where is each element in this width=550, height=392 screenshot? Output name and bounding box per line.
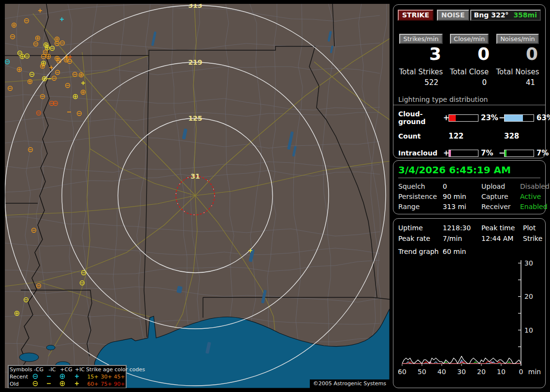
peak-time-header: Peak time [481,223,523,233]
total-noises-value: 41 [493,78,542,87]
svg-text:20: 20 [477,368,486,376]
svg-text:60: 60 [398,368,406,376]
svg-text:10: 10 [524,326,533,334]
receiver-label: Receiver [481,202,520,211]
minus-sign: − [499,113,504,122]
plot-value: Strike [523,233,542,244]
close-per-min-header: Close/min [450,34,489,44]
intracloud-label: Intracloud [398,149,443,157]
legend-age-header: Strike age color codes [86,366,126,373]
total-strikes-value: 522 [397,78,445,87]
ic-plus-percent: 7% [478,149,499,157]
copyright-text: ©2005 Astrogenic Systems [310,379,390,388]
cg-plus-count: 122 [449,132,478,140]
legend-col-cgp: +CG [59,366,73,373]
cg-minus-percent: 63% [534,113,550,122]
bearing-display: Bng 322° 358mi [470,10,541,21]
ic-negative-old-icon [45,380,59,388]
total-close-value: 0 [445,78,493,87]
total-close-label: Total Close [445,68,493,76]
svg-text:31: 31 [190,172,200,180]
trend-graph-label: Trend graph [398,248,439,255]
noises-rate-value: 0 [493,44,542,64]
age-90: 90+ [113,380,126,388]
close-column: Close/min 0 Total Close 0 [445,34,493,87]
cg-plus-bar [449,114,478,122]
cg-plus-percent: 23% [478,113,499,122]
legend-row-recent-label: Recent [10,373,32,380]
plus-sign: + [443,113,449,122]
svg-text:10: 10 [497,368,506,376]
receiver-status: Enabled [520,202,548,211]
trend-graph-window: 60 min [443,248,466,255]
uptime-label: Uptime [398,223,443,233]
status-panel: 3/4/2026 6:45:19 AM Squelch 0 Upload Dis… [393,160,546,214]
plus-sign: + [443,149,449,157]
cloud-ground-label: Cloud-ground [398,110,443,126]
legend-col-cgn: -CG [32,366,45,373]
strikes-column: Strikes/min 3 Total Strikes 522 [397,34,445,87]
legend-col-icn: -IC [45,366,59,373]
legend-col-icp: +IC [73,366,86,373]
strikes-rate-value: 3 [397,44,445,64]
age-30: 30+ [100,373,113,380]
legend-symbols-header: Symbols [10,366,32,373]
upload-status: Disabled [520,182,550,191]
total-noises-label: Total Noises [493,68,542,76]
age-75: 75+ [100,380,113,388]
capture-status: Active [520,192,541,201]
age-60: 60+ [86,380,100,388]
ic-minus-bar [504,150,534,157]
map-canvas: 31321912531 [5,4,390,388]
range-value: 313 mi [443,202,481,211]
svg-text:40: 40 [437,368,446,376]
plot-header: Plot [523,223,541,233]
range-label: Range [398,202,443,211]
minus-sign: − [499,149,504,157]
noises-column: Noises/min 0 Total Noises 41 [493,34,542,87]
cg-minus-count: 328 [504,132,534,140]
noise-mode-button[interactable]: NOISE [437,10,469,21]
peak-time-value: 12:44 AM [481,233,523,244]
svg-text:50: 50 [418,368,426,376]
ic-negative-recent-icon [45,373,59,380]
ic-positive-recent-icon [73,373,86,380]
svg-text:min: min [528,368,541,376]
distribution-title: Lightning type distribution [393,96,545,105]
lightning-map[interactable]: 31321912531 Symbols -CG -IC +CG +IC Stri… [5,4,390,388]
app-window: 31321912531 Symbols -CG -IC +CG +IC Stri… [0,0,550,392]
cg-negative-recent-icon [32,373,45,380]
peak-rate-value: 7/min [443,233,481,244]
datetime-display: 3/4/2026 6:45:19 AM [398,164,540,178]
trend-graph: 1020306050403020100min [398,255,541,380]
svg-text:313: 313 [188,4,202,9]
cg-positive-old-icon [59,380,73,388]
svg-text:30: 30 [524,259,533,267]
squelch-value: 0 [443,182,481,191]
ic-positive-old-icon [73,380,86,388]
bearing-distance: 358mi [513,11,537,20]
age-45: 45+ [113,373,126,380]
strike-mode-button[interactable]: STRIKE [398,10,434,21]
bearing-label: Bng 322° [474,11,509,20]
cg-minus-bar [504,114,534,122]
count-label: Count [398,132,443,140]
persistence-value: 90 min [443,192,481,201]
peak-rate-label: Peak rate [398,233,443,244]
capture-label: Capture [481,192,520,201]
age-15: 15+ [86,373,100,380]
strikes-per-min-header: Strikes/min [399,34,442,44]
svg-text:20: 20 [524,293,533,300]
trend-panel: Uptime 1218:30 Peak time Plot Peak rate … [393,218,546,388]
squelch-label: Squelch [398,182,443,191]
close-rate-value: 0 [445,44,493,64]
cg-positive-recent-icon [59,373,73,380]
ic-minus-percent: 7% [534,149,550,157]
counters-panel: STRIKE NOISE Bng 322° 358mi Strikes/min … [393,4,546,158]
cg-negative-old-icon [32,380,45,388]
total-strikes-label: Total Strikes [397,68,445,76]
legend-row-old-label: Old [10,380,32,388]
svg-text:30: 30 [457,368,466,376]
map-legend: Symbols -CG -IC +CG +IC Strike age color… [8,365,127,388]
svg-text:125: 125 [188,114,202,122]
